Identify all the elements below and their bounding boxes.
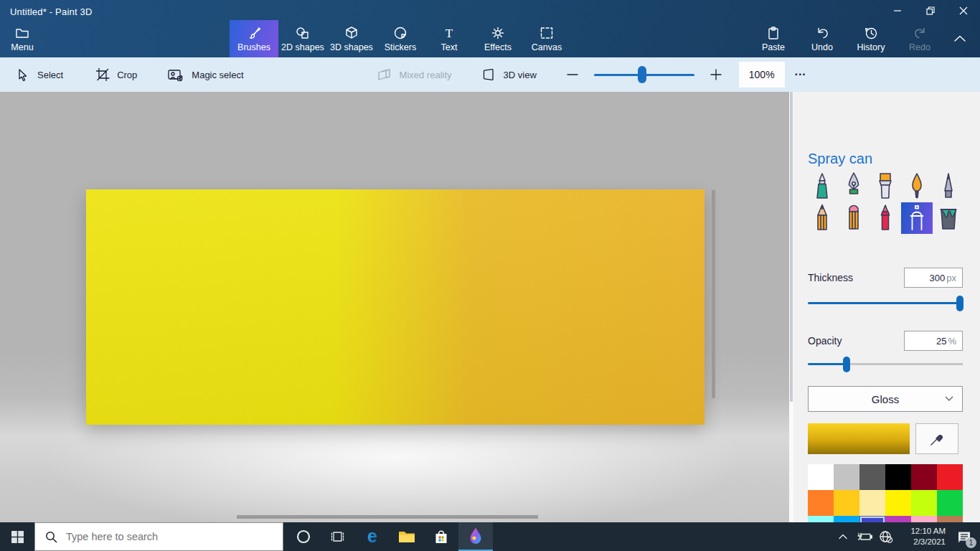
palette-color[interactable]: [859, 490, 885, 516]
date: 2/3/2021: [897, 537, 946, 547]
menu-button[interactable]: Menu: [0, 20, 44, 57]
window-title: Untitled* - Paint 3D: [10, 6, 93, 17]
edge-icon: e: [363, 527, 382, 546]
tray-expand-button[interactable]: [832, 522, 854, 551]
current-color-swatch[interactable]: [808, 423, 910, 454]
opacity-row: Opacity 25%: [808, 331, 963, 351]
tab-2d-shapes[interactable]: 2D shapes: [278, 20, 327, 57]
edge-button[interactable]: e: [355, 522, 390, 551]
tab-stickers[interactable]: Stickers: [376, 20, 425, 57]
close-icon: [959, 6, 968, 15]
zoom-in-button[interactable]: [710, 69, 722, 80]
material-dropdown[interactable]: Gloss: [808, 386, 963, 412]
battery-status[interactable]: [854, 522, 875, 551]
opacity-input[interactable]: 25%: [904, 331, 963, 351]
tab-brushes[interactable]: Brushes: [230, 20, 278, 57]
palette-color[interactable]: [885, 464, 911, 490]
history-clock-icon: [863, 26, 879, 40]
tab-text[interactable]: T Text: [425, 20, 473, 57]
undo-button[interactable]: Undo: [798, 20, 847, 57]
tool-pencil[interactable]: [806, 202, 838, 234]
tab-effects[interactable]: Effects: [473, 20, 522, 57]
crop-button[interactable]: Crop: [95, 67, 137, 82]
drawing-canvas[interactable]: [86, 189, 705, 425]
tool-oil-brush[interactable]: [901, 171, 933, 202]
workspace[interactable]: [0, 92, 789, 522]
zoom-out-button[interactable]: [567, 69, 578, 80]
tool-pixel-pen[interactable]: [933, 171, 964, 202]
flat-brush-icon: [872, 171, 898, 202]
windows-logo-icon: [11, 531, 24, 543]
network-status[interactable]: [875, 522, 897, 551]
history-button[interactable]: History: [847, 20, 895, 57]
marker-icon: [809, 171, 835, 202]
eyedropper-button[interactable]: [915, 423, 958, 454]
tool-eraser[interactable]: [838, 202, 870, 234]
search-input[interactable]: [66, 531, 245, 542]
palette-color[interactable]: [937, 464, 963, 490]
taskbar: e 12:10 AM 2/3/2021: [0, 522, 980, 551]
3d-view-button[interactable]: 3D view: [481, 67, 537, 82]
palette-color[interactable]: [834, 490, 859, 516]
opacity-slider-thumb[interactable]: [843, 357, 850, 372]
chevron-up-icon: [953, 34, 966, 43]
clock[interactable]: 12:10 AM 2/3/2021: [897, 526, 948, 547]
vertical-scrollbar[interactable]: [712, 190, 715, 398]
action-center-button[interactable]: 1: [948, 522, 980, 551]
paste-clipboard-icon: [765, 26, 781, 40]
thickness-input[interactable]: 300px: [904, 268, 963, 288]
sticker-icon: [392, 26, 408, 40]
mixed-reality-button[interactable]: Mixed reality: [377, 67, 452, 82]
task-view-button[interactable]: [321, 522, 355, 551]
start-button[interactable]: [0, 522, 34, 551]
brush-icon: [246, 26, 262, 40]
tool-crayon[interactable]: [870, 202, 901, 234]
fill-bucket-icon: [936, 203, 961, 233]
panel-title: Spray can: [808, 151, 872, 167]
tool-fill-bucket[interactable]: [933, 202, 964, 234]
palette-color[interactable]: [937, 490, 963, 516]
close-button[interactable]: [947, 0, 980, 22]
palette-color[interactable]: [808, 490, 834, 516]
thickness-slider[interactable]: [808, 302, 963, 304]
zoom-level[interactable]: 100%: [739, 62, 785, 88]
zoom-slider[interactable]: [594, 74, 694, 76]
panel-scrollbar[interactable]: [789, 92, 793, 522]
taskbar-search[interactable]: [34, 522, 283, 551]
opacity-slider[interactable]: [808, 363, 963, 365]
file-explorer-button[interactable]: [390, 522, 424, 551]
select-button[interactable]: Select: [16, 67, 63, 82]
tab-canvas[interactable]: Canvas: [522, 20, 571, 57]
paint3d-taskbar-button[interactable]: [458, 522, 493, 551]
paste-button[interactable]: Paste: [749, 20, 798, 57]
minimize-button[interactable]: [881, 0, 914, 22]
palette-color[interactable]: [885, 490, 911, 516]
tool-calligraphy-pen[interactable]: [838, 171, 870, 202]
palette-color[interactable]: [834, 464, 859, 490]
store-button[interactable]: [424, 522, 458, 551]
spray-can-icon: [904, 203, 930, 233]
palette-color[interactable]: [911, 464, 937, 490]
notification-badge: 1: [966, 537, 976, 548]
restore-button[interactable]: [914, 0, 947, 22]
minimize-icon: [893, 6, 902, 15]
tool-flat-brush[interactable]: [870, 171, 901, 202]
thickness-slider-thumb[interactable]: [956, 296, 963, 311]
collapse-ribbon-button[interactable]: [946, 20, 974, 57]
tab-3d-shapes[interactable]: 3D shapes: [327, 20, 376, 57]
palette-color[interactable]: [808, 464, 834, 490]
horizontal-scrollbar[interactable]: [237, 515, 538, 519]
opacity-label: Opacity: [808, 335, 842, 347]
magic-select-icon: [167, 67, 184, 82]
more-options-button[interactable]: ···: [795, 68, 806, 81]
palette-color[interactable]: [911, 490, 937, 516]
tool-marker[interactable]: [806, 171, 838, 202]
tool-spray-can[interactable]: [901, 202, 933, 234]
palette-color[interactable]: [859, 464, 885, 490]
paint3d-window: Untitled* - Paint 3D Menu Brushes: [0, 0, 980, 551]
magic-select-button[interactable]: Magic select: [167, 67, 243, 82]
zoom-slider-thumb[interactable]: [638, 66, 646, 83]
cortana-button[interactable]: [286, 522, 321, 551]
eraser-icon: [841, 203, 867, 233]
redo-button[interactable]: Redo: [895, 20, 944, 57]
